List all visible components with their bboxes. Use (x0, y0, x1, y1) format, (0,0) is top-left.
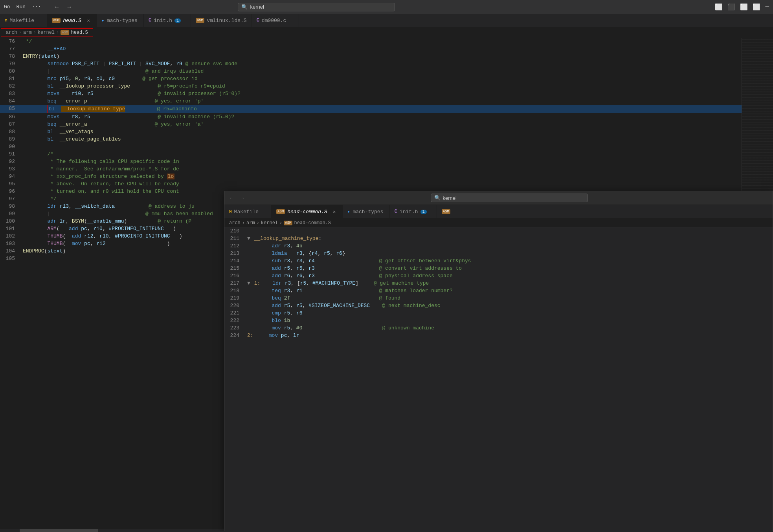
search-icon: 🔍 (241, 4, 248, 10)
peek-line-214: 214 sub r3, r3, r4 @ get offset between … (224, 257, 773, 265)
peek-line-222: 222 blo 1b (224, 317, 773, 324)
menu-more[interactable]: ··· (32, 4, 41, 10)
menu-bar: Go Run ··· (4, 4, 41, 10)
layout-icon-4[interactable]: ⬜ (753, 3, 760, 11)
peek-search[interactable]: 🔍 (431, 194, 588, 202)
mach-types-icon: ▸ (101, 17, 105, 24)
peek-line-213: 213 ldmia r3, {r4, r5, r6} (224, 250, 773, 257)
peek-line-223: 223 mov r5, #0 @ unknown machine (224, 324, 773, 332)
peek-tab-makefile[interactable]: M Makefile (224, 205, 272, 218)
peek-mach-icon: ▸ (347, 208, 351, 215)
peek-line-211: 211 ▼ __lookup_machine_type: (224, 235, 773, 242)
layout-icon-1[interactable]: ⬜ (715, 3, 723, 11)
init-h-icon: C (149, 18, 151, 23)
breadcrumb-file[interactable]: head.S (71, 30, 88, 35)
tab-mach-types-label: mach-types (107, 18, 138, 24)
breadcrumb-arm[interactable]: arm (23, 30, 32, 35)
peek-forward-button[interactable]: → (238, 194, 246, 202)
fold-arrow-217[interactable]: ▼ (247, 280, 250, 286)
search-input[interactable] (250, 4, 391, 10)
peek-bc-arch[interactable]: arch (229, 220, 241, 226)
code-line-92: 92 * The following calls CPU specific co… (0, 158, 773, 165)
tab-init-h[interactable]: C init.h 1 (144, 14, 191, 27)
peek-line-220: 220 add r5, r5, #SIZEOF_MACHINE_DESC @ n… (224, 302, 773, 309)
peek-tab-mach-types[interactable]: ▸ mach-types (343, 205, 390, 218)
peek-line-224: 224 2: mov pc, lr (224, 332, 773, 339)
peek-tab-bar: M Makefile ASM head-common.S ✕ ▸ mach-ty… (224, 205, 773, 219)
tab-makefile[interactable]: M Makefile (0, 14, 47, 27)
code-line-78: 78 ENTRY(stext) (0, 53, 773, 60)
tab-head-s-label: head.S (63, 18, 81, 24)
vmlinux-icon: ASM (196, 18, 204, 23)
tab-dm9000-label: dm9000.c (262, 18, 286, 24)
peek-breadcrumb: arch › arm › kernel › ASM head-common.S (224, 219, 773, 227)
scrollbar-thumb[interactable] (20, 529, 98, 532)
peek-line-217: 217 ▼ 1: ldr r3, [r5, #MACHINFO_TYPE] @ … (224, 280, 773, 287)
peek-tab-init-h[interactable]: C init.h 1 (390, 205, 437, 218)
peek-tab-close-button[interactable]: ✕ (331, 208, 338, 215)
layout-icon-2[interactable]: ⬛ (727, 3, 735, 11)
dm9000-icon: C (257, 18, 259, 23)
layout-icon-3[interactable]: ⬜ (740, 3, 748, 11)
editor-main: 76 */ 77 __HEAD 78 ENTRY(stext) 79 setmo… (0, 38, 773, 531)
code-line-80: 80 | @ and irqs disabled (0, 68, 773, 75)
code-line-93: 93 * manner. See arch/arm/mm/proc-*.S fo… (0, 165, 773, 173)
tab-vmlinux-label: vmlinux.lds.S (207, 18, 246, 24)
peek-bc-kernel[interactable]: kernel (261, 220, 278, 226)
peek-init-icon: C (395, 209, 397, 214)
peek-titlebar: ← → 🔍 (224, 191, 773, 205)
peek-back-button[interactable]: ← (228, 194, 236, 202)
tab-close-button[interactable]: ✕ (85, 17, 92, 24)
breadcrumb-kernel[interactable]: kernel (38, 30, 55, 35)
peek-line-216: 216 add r6, r6, r3 @ physical address sp… (224, 272, 773, 280)
init-h-badge: 1 (174, 18, 181, 23)
peek-tab-asm-extra[interactable]: ASM (437, 205, 484, 218)
tab-head-s[interactable]: ASM head.S ✕ (47, 14, 97, 27)
peek-definition: ← → 🔍 M Makefile ASM head-common.S ✕ (224, 191, 773, 531)
code-line-90: 90 (0, 143, 773, 150)
peek-tab-head-common[interactable]: ASM head-common.S ✕ (272, 205, 343, 218)
peek-search-input[interactable] (443, 195, 584, 201)
menu-run[interactable]: Run (17, 4, 26, 10)
peek-bc-file[interactable]: head-common.S (294, 220, 331, 226)
makefile-icon: M (5, 18, 7, 23)
peek-nav: ← → (228, 194, 246, 202)
editor-container: 76 */ 77 __HEAD 78 ENTRY(stext) 79 setmo… (0, 38, 773, 531)
peek-line-215: 215 add r5, r5, r3 @ convert virt addres… (224, 265, 773, 272)
peek-line-212: 212 adr r3, 4b (224, 242, 773, 250)
peek-tab-init-label: init.h (400, 209, 418, 215)
peek-tab-makefile-label: Makefile (234, 209, 259, 215)
nav-buttons: ← → (52, 3, 74, 11)
tab-makefile-label: Makefile (10, 18, 34, 24)
peek-bc-arm[interactable]: arm (246, 220, 255, 226)
code-line-81: 81 mrc p15, 0, r9, c0, c0 @ get processo… (0, 75, 773, 82)
titlebar-controls: ⬜ ⬛ ⬜ ⬜ — (715, 3, 769, 11)
tab-mach-types[interactable]: ▸ mach-types (97, 14, 144, 27)
tab-dm9000[interactable]: C dm9000.c (252, 14, 299, 27)
tab-init-h-label: init.h (154, 18, 172, 24)
peek-tab-head-common-label: head-common.S (287, 209, 327, 215)
nav-back-button[interactable]: ← (52, 3, 61, 11)
fold-arrow-211[interactable]: ▼ (247, 236, 250, 241)
peek-line-219: 219 beq 2f @ found (224, 294, 773, 302)
minimize-icon[interactable]: — (765, 3, 769, 11)
peek-line-210: 210 (224, 227, 773, 235)
titlebar-search[interactable]: 🔍 (238, 3, 395, 11)
asm-icon: ASM (52, 18, 61, 23)
code-line-79: 79 setmode PSR_F_BIT | PSR_I_BIT | SVC_M… (0, 60, 773, 68)
peek-makefile-icon: M (229, 209, 232, 214)
breadcrumb-arch[interactable]: arch (6, 30, 17, 35)
nav-forward-button[interactable]: → (64, 3, 74, 11)
code-line-82: 82 bl __lookup_processor_type @ r5=proci… (0, 82, 773, 90)
code-line-88: 88 bl __vet_atags (0, 128, 773, 135)
peek-search-icon: 🔍 (434, 195, 441, 201)
peek-code[interactable]: 210 211 ▼ __lookup_machine_type: 212 adr… (224, 227, 773, 531)
peek-bc-file-icon: ASM (284, 221, 292, 225)
tab-vmlinux[interactable]: ASM vmlinux.lds.S (191, 14, 252, 27)
menu-go[interactable]: Go (4, 4, 10, 10)
peek-line-221: 221 cmp r5, r6 (224, 309, 773, 317)
code-line-77: 77 __HEAD (0, 45, 773, 53)
tab-bar: M Makefile ASM head.S ✕ ▸ mach-types C i… (0, 14, 773, 27)
peek-asm-icon: ASM (276, 209, 285, 214)
code-line-76: 76 */ (0, 38, 773, 45)
